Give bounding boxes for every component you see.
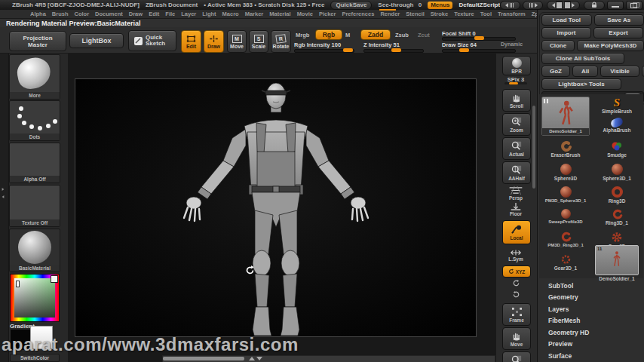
projection-master-button[interactable]: Projection Master [9, 31, 66, 51]
tool-item-simplebrush[interactable]: S SimpleBrush [593, 97, 640, 114]
m-button[interactable]: M [345, 32, 350, 38]
bpr-render-button[interactable]: BPR [502, 56, 531, 75]
menu-document[interactable]: Document [95, 11, 123, 17]
edit-mode-button[interactable]: Edit [181, 30, 201, 53]
menu-draw[interactable]: Draw [129, 11, 143, 17]
tool-item-smudge[interactable]: Smudge [593, 141, 640, 158]
menu-movie[interactable]: Movie [297, 11, 313, 17]
quicksave-button[interactable]: QuickSave [330, 1, 372, 10]
collapse-arrow-icon[interactable] [2, 188, 5, 191]
rotate-mode-button[interactable]: R Rotate [271, 30, 291, 53]
document-viewport[interactable] [75, 78, 477, 337]
focal-shift-slider[interactable] [442, 37, 516, 41]
load-tool-button[interactable]: Load Tool [541, 14, 592, 26]
menus-toggle-button[interactable]: Menus [428, 2, 452, 9]
current-material-thumbnail[interactable]: BasicMaterial [9, 229, 60, 272]
zcut-button[interactable]: Zcut [418, 32, 430, 38]
goz-all-button[interactable]: All [572, 66, 598, 77]
rotate-y-toggle[interactable] [502, 279, 529, 287]
expand-arrow-icon[interactable] [2, 195, 5, 198]
local-toggle[interactable]: Local [502, 220, 531, 244]
tool-item-sphere3d[interactable]: Sphere3D [542, 164, 589, 181]
color-picker[interactable] [10, 274, 60, 322]
section-geometry[interactable]: Geometry [539, 292, 643, 304]
document-scrollbar[interactable] [162, 355, 495, 362]
menu-marker[interactable]: Marker [245, 11, 264, 17]
menu-color[interactable]: Color [75, 11, 90, 17]
menu-transform[interactable]: Transform [498, 11, 526, 17]
tool-item-demosoldier-selected[interactable]: 11 DemoSoldier_1 [593, 245, 640, 281]
scale-canvas-button[interactable]: Scale [502, 351, 531, 362]
section-surface[interactable]: Surface [539, 350, 643, 362]
menu-brush[interactable]: Brush [52, 11, 69, 17]
move-canvas-button[interactable]: Move [502, 327, 531, 350]
menu-material[interactable]: Material [269, 11, 290, 17]
section-preview[interactable]: Preview [539, 339, 643, 351]
xyz-toggle[interactable]: XYZ [502, 265, 531, 278]
menu-edit[interactable]: Edit [149, 11, 159, 17]
tool-item-gear3d-1[interactable]: Gear3D_1 [542, 254, 589, 271]
draw-size-knob[interactable] [459, 48, 469, 52]
rotate-z-toggle[interactable] [502, 290, 529, 299]
goz-button[interactable]: GoZ [541, 66, 570, 77]
menu-stroke[interactable]: Stroke [431, 11, 448, 17]
persp-toggle[interactable]: Persp [502, 186, 529, 201]
active-tool-thumbnail[interactable]: DemoSoldier_1 [541, 97, 590, 136]
lock-button[interactable] [584, 1, 605, 10]
z-intensity-knob[interactable] [391, 48, 401, 52]
tool-item-eraserbrush[interactable]: EraserBrush [542, 141, 589, 158]
tool-item-pm3d-sphere3d-1[interactable]: PM3D_Sphere3D_1 [542, 186, 589, 203]
scale-mode-button[interactable]: S Scale [249, 30, 268, 53]
redo-history-button[interactable] [523, 1, 543, 10]
quick-sketch-button[interactable]: Quick Sketch [128, 30, 176, 51]
scroll-button[interactable]: Scroll [502, 89, 531, 112]
spix-knob[interactable] [509, 82, 518, 84]
left-divider-strip[interactable] [0, 53, 9, 362]
scroll-down-arrow-icon[interactable] [256, 357, 262, 360]
focal-shift-knob[interactable] [474, 36, 484, 40]
menu-macro[interactable]: Macro [222, 11, 239, 17]
spix-slider[interactable]: SPix 3 [502, 77, 529, 84]
section-subtool[interactable]: SubTool [539, 280, 643, 292]
section-layers[interactable]: Layers [539, 303, 643, 315]
canvas-area[interactable] [68, 53, 496, 362]
menu-picker[interactable]: Picker [319, 11, 336, 17]
rgb-button[interactable]: Rgb [315, 29, 342, 40]
tool-item-alphabrush[interactable]: AlphaBrush [593, 118, 640, 133]
clone-button[interactable]: Clone [541, 40, 575, 51]
draw-size-slider[interactable] [442, 49, 516, 53]
tool-item-sphere3d-1[interactable]: Sphere3D_1 [593, 164, 640, 181]
menu-light[interactable]: Light [202, 11, 216, 17]
saturation-square[interactable] [14, 278, 55, 318]
rgb-intensity-slider[interactable] [294, 49, 354, 53]
frame-button[interactable]: Frame [502, 303, 531, 326]
menu-alpha[interactable]: Alpha [30, 11, 46, 17]
aahalf-button[interactable]: AAHalf [502, 161, 531, 184]
menu-file[interactable]: File [165, 11, 175, 17]
zoom-button[interactable]: Zoom [502, 113, 531, 136]
export-button[interactable]: Export [593, 27, 643, 38]
current-texture-thumbnail[interactable]: Texture Off [9, 185, 60, 227]
lightbox-tools-button[interactable]: Lightbox> Tools [541, 78, 621, 90]
make-polymesh3d-button[interactable]: Make PolyMesh3D [577, 40, 644, 51]
menu-render[interactable]: Render [380, 11, 400, 17]
menu-texture[interactable]: Texture [454, 11, 474, 17]
current-stroke-thumbnail[interactable]: Dots [9, 100, 60, 141]
lsym-toggle[interactable]: L.Sym [502, 249, 529, 262]
current-brush-thumbnail[interactable]: More [9, 54, 60, 100]
dynamic-label[interactable]: Dynamic [501, 41, 523, 47]
spix-track[interactable] [504, 82, 527, 84]
draw-mode-button[interactable]: Draw [204, 30, 224, 53]
restore-button[interactable] [626, 1, 642, 10]
section-fibermesh[interactable]: FiberMesh [539, 315, 643, 327]
document-cycle-button[interactable] [547, 1, 580, 10]
lightbox-button[interactable]: LightBox [69, 33, 124, 48]
selected-tool-thumbnail[interactable]: 11 [595, 245, 639, 275]
clone-all-subtools-button[interactable]: Clone All SubTools [541, 53, 624, 64]
goz-visible-button[interactable]: Visible [600, 66, 639, 77]
default-zscript-button[interactable]: DefaultZScript [458, 2, 500, 8]
tool-item-ring3d-1[interactable]: Ring3D_1 [593, 209, 640, 225]
zsub-button[interactable]: Zsub [395, 32, 409, 38]
menu-preferences[interactable]: Preferences [342, 11, 374, 17]
menu-stencil[interactable]: Stencil [406, 11, 425, 17]
